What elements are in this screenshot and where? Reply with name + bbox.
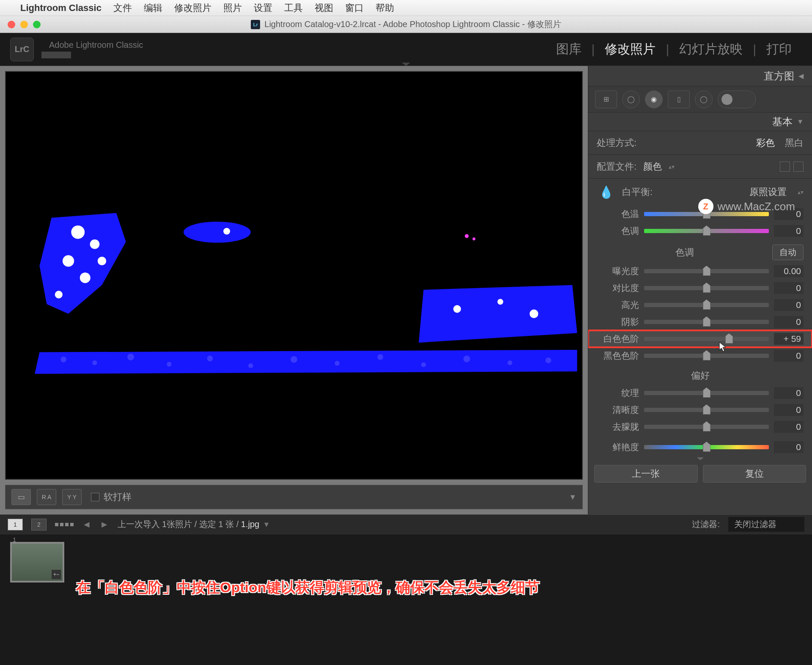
contrast-slider[interactable] bbox=[644, 286, 769, 290]
maximize-window-button[interactable] bbox=[33, 21, 41, 28]
menu-edit[interactable]: 编辑 bbox=[144, 2, 162, 14]
module-develop[interactable]: 修改照片 bbox=[595, 41, 666, 58]
menu-settings[interactable]: 设置 bbox=[254, 2, 272, 14]
secondary-display-button[interactable]: 2 bbox=[31, 519, 47, 530]
grid-view-button[interactable] bbox=[55, 523, 74, 526]
svg-point-16 bbox=[207, 356, 213, 362]
filter-dropdown[interactable]: 关闭过滤器 bbox=[728, 517, 804, 532]
panel-scroll-indicator-icon[interactable] bbox=[588, 456, 812, 462]
radial-filter-tool[interactable]: ◯ bbox=[695, 91, 713, 108]
svg-point-18 bbox=[291, 356, 297, 363]
tone-group-header: 色调 自动 bbox=[588, 239, 812, 263]
minimize-window-button[interactable] bbox=[20, 21, 28, 28]
menu-app-name[interactable]: Lightroom Classic bbox=[20, 3, 102, 14]
dehaze-value[interactable]: 0 bbox=[774, 421, 804, 433]
profile-dropdown[interactable]: 颜色 bbox=[643, 160, 662, 173]
collapse-top-panel-icon[interactable] bbox=[402, 63, 410, 66]
window-title: Lr Lightroom Catalog-v10-2.lrcat - Adobe… bbox=[0, 19, 812, 30]
nav-back-icon[interactable]: ◄ bbox=[82, 519, 91, 530]
texture-slider-row: 纹理 0 bbox=[588, 385, 812, 401]
module-print[interactable]: 打印 bbox=[756, 41, 802, 58]
dehaze-slider[interactable] bbox=[644, 425, 769, 429]
svg-point-11 bbox=[529, 310, 538, 318]
shadows-value[interactable]: 0 bbox=[774, 316, 804, 328]
redeye-tool[interactable]: ◉ bbox=[645, 91, 663, 108]
nav-forward-icon[interactable]: ► bbox=[100, 519, 109, 530]
clarity-label: 清晰度 bbox=[597, 404, 639, 416]
svg-point-26 bbox=[472, 237, 475, 240]
blacks-slider-row: 黑色色阶 0 bbox=[588, 347, 812, 364]
blacks-slider[interactable] bbox=[644, 354, 769, 358]
photo-canvas[interactable] bbox=[5, 71, 583, 480]
basic-panel-header[interactable]: 基本 ▼ bbox=[588, 113, 812, 131]
spot-removal-tool[interactable]: ◯ bbox=[622, 91, 640, 108]
main-content: ▭ R A Y Y 软打样 ▼ 直方图 ◀ ⊞ ◯ ◉ ▯ ◯ 基本 ▼ bbox=[0, 66, 812, 514]
histogram-panel-header[interactable]: 直方图 ◀ bbox=[588, 66, 812, 86]
watermark-text: www.MacZ.com bbox=[718, 200, 795, 213]
menu-help[interactable]: 帮助 bbox=[376, 2, 394, 14]
close-window-button[interactable] bbox=[8, 21, 15, 28]
treatment-row: 处理方式: 彩色 黑白 bbox=[588, 131, 812, 155]
menu-tools[interactable]: 工具 bbox=[284, 2, 303, 14]
primary-display-button[interactable]: 1 bbox=[8, 519, 23, 530]
exposure-value[interactable]: 0.00 bbox=[774, 265, 804, 277]
loupe-view-button[interactable]: ▭ bbox=[11, 489, 31, 505]
updown-icon[interactable]: ▴▾ bbox=[798, 189, 804, 195]
svg-point-14 bbox=[127, 354, 134, 360]
whites-slider[interactable] bbox=[644, 337, 769, 341]
before-after-tb-button[interactable]: Y Y bbox=[62, 489, 82, 505]
vibrance-value[interactable]: 0 bbox=[774, 441, 804, 453]
blacks-value[interactable]: 0 bbox=[774, 350, 804, 362]
vibrance-slider-row: 鲜艳度 0 bbox=[588, 439, 812, 456]
treatment-bw[interactable]: 黑白 bbox=[785, 137, 804, 149]
menu-view[interactable]: 视图 bbox=[315, 2, 333, 14]
tint-slider[interactable] bbox=[644, 229, 769, 233]
exposure-slider[interactable] bbox=[644, 269, 769, 273]
menu-photo[interactable]: 照片 bbox=[223, 2, 242, 14]
whites-value[interactable]: + 59 bbox=[774, 333, 804, 345]
wb-preset-dropdown[interactable]: 原照设置 bbox=[749, 186, 787, 198]
collapse-triangle-icon: ▼ bbox=[797, 118, 804, 126]
canvas-area: ▭ R A Y Y 软打样 ▼ bbox=[0, 66, 588, 514]
tint-value[interactable]: 0 bbox=[774, 225, 804, 237]
treatment-color[interactable]: 彩色 bbox=[756, 137, 775, 149]
soft-proof-toggle[interactable]: 软打样 bbox=[91, 491, 132, 503]
adjustment-brush-tool[interactable] bbox=[718, 91, 756, 108]
breadcrumb-filename: 1.jpg bbox=[241, 519, 259, 529]
svg-point-23 bbox=[508, 360, 512, 365]
vibrance-slider[interactable] bbox=[644, 445, 769, 449]
toolbar-menu-caret-icon[interactable]: ▼ bbox=[569, 493, 576, 502]
shadows-slider[interactable] bbox=[644, 320, 769, 324]
reset-button[interactable]: 复位 bbox=[703, 465, 807, 483]
contrast-value[interactable]: 0 bbox=[774, 282, 804, 294]
clarity-value[interactable]: 0 bbox=[774, 404, 804, 416]
texture-slider[interactable] bbox=[644, 391, 769, 395]
filmstrip-thumbnail[interactable]: 1 +− bbox=[10, 542, 64, 583]
breadcrumb[interactable]: 上一次导入 1张照片 / 选定 1 张 / 1.jpg ▾ bbox=[118, 519, 684, 530]
clarity-slider[interactable] bbox=[644, 408, 769, 412]
auto-tone-button[interactable]: 自动 bbox=[772, 245, 804, 260]
profile-browser-icon[interactable] bbox=[793, 162, 804, 172]
tint-slider-row: 色调 0 bbox=[588, 223, 812, 239]
highlights-value[interactable]: 0 bbox=[774, 299, 804, 311]
svg-point-6 bbox=[80, 272, 91, 283]
previous-button[interactable]: 上一张 bbox=[594, 465, 698, 483]
profile-grid-icon[interactable] bbox=[780, 162, 790, 172]
texture-value[interactable]: 0 bbox=[774, 387, 804, 399]
menu-file[interactable]: 文件 bbox=[113, 2, 132, 14]
updown-icon[interactable]: ▴▾ bbox=[669, 163, 675, 170]
soft-proof-label: 软打样 bbox=[104, 491, 132, 503]
presence-header-label: 偏好 bbox=[597, 369, 804, 382]
module-library[interactable]: 图库 bbox=[546, 41, 592, 58]
menu-window[interactable]: 窗口 bbox=[345, 2, 364, 14]
menu-develop[interactable]: 修改照片 bbox=[174, 2, 211, 14]
module-slideshow[interactable]: 幻灯片放映 bbox=[669, 41, 753, 58]
wb-eyedropper-tool[interactable]: 💧 bbox=[597, 183, 615, 201]
svg-point-3 bbox=[90, 239, 100, 249]
graduated-filter-tool[interactable]: ▯ bbox=[668, 91, 690, 108]
before-after-lr-button[interactable]: R A bbox=[37, 489, 56, 505]
crop-tool[interactable]: ⊞ bbox=[595, 91, 617, 108]
profile-label: 配置文件: bbox=[597, 160, 636, 173]
svg-point-9 bbox=[453, 305, 461, 313]
highlights-slider[interactable] bbox=[644, 303, 769, 307]
